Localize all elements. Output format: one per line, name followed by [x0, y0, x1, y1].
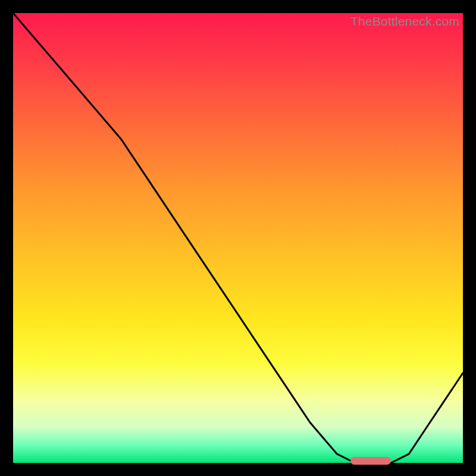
minimum-marker [350, 457, 391, 465]
chart-frame: TheBottleneck.com [0, 0, 476, 476]
bottleneck-curve [13, 13, 463, 463]
plot-area: TheBottleneck.com [13, 13, 463, 463]
